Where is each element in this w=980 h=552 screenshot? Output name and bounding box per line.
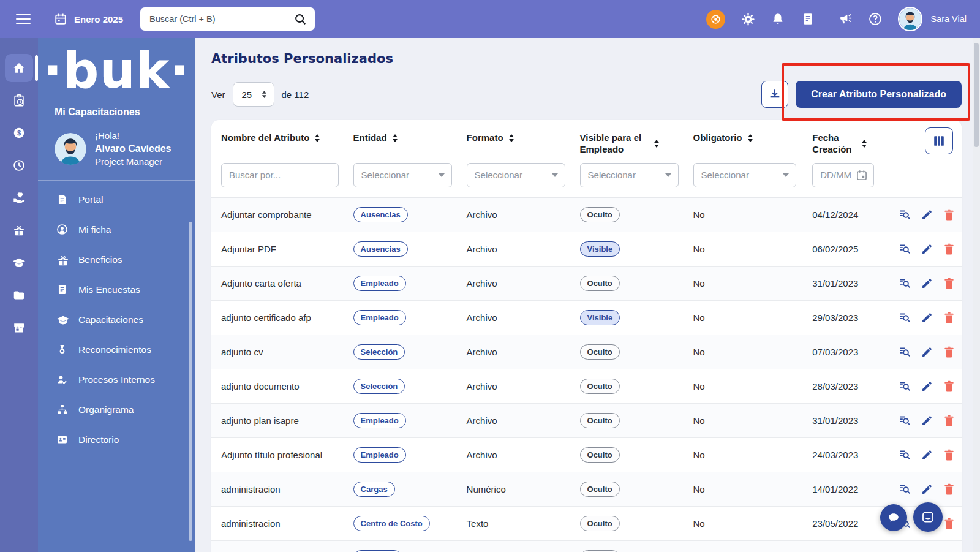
rail-item-graduation-cap-icon[interactable] [5,249,33,277]
view-details-button[interactable] [898,414,911,427]
clock-icon [12,159,26,172]
sort-icon[interactable] [314,134,320,142]
edit-button[interactable] [921,380,933,393]
help-icon[interactable] [868,12,883,26]
sort-icon[interactable] [654,140,660,148]
view-details-button[interactable] [898,276,911,290]
rail-item-clock-icon[interactable] [5,151,33,180]
view-details-button[interactable] [898,208,911,221]
delete-button[interactable] [943,243,956,255]
visibility-badge: Visible [580,310,620,325]
delete-button[interactable] [943,346,956,358]
spinner-icon [262,91,267,98]
filter-visible-select[interactable]: Seleccionar [580,163,679,187]
sidebar-item-label: Portal [78,194,104,205]
survey-icon [56,284,68,295]
delete-button[interactable] [943,208,956,221]
megaphone-icon[interactable] [838,12,853,26]
sort-icon[interactable] [861,140,867,148]
topbar-avatar[interactable] [898,7,922,31]
view-details-button[interactable] [898,345,911,358]
edit-button[interactable] [921,483,933,496]
rail-item-dollar-circle-icon[interactable]: $ [5,119,33,147]
delete-button[interactable] [943,414,956,427]
sidebar-scrollbar[interactable] [189,222,192,541]
search-icon[interactable] [293,12,307,26]
sidebar-item-portal[interactable]: Portal [38,184,195,214]
view-details-button[interactable] [898,242,911,255]
delete-button[interactable] [943,380,956,393]
filter-obligatorio-select[interactable]: Seleccionar [693,163,796,187]
delete-button[interactable] [943,277,956,290]
chat-fab-button[interactable] [880,504,907,531]
page-size-group: Ver 25 de 112 [211,82,309,107]
format-cell: Texto [457,506,570,540]
edit-button[interactable] [921,208,933,221]
col-visible[interactable]: Visible para el Empleado [580,132,679,156]
bell-icon[interactable] [771,12,785,26]
journal-icon[interactable] [801,12,815,26]
sidebar-item-beneficios[interactable]: Beneficios [38,244,195,274]
filter-formato-select[interactable]: Seleccionar [467,163,565,187]
gear-icon[interactable] [741,12,755,26]
rail-item-folder-icon[interactable] [5,281,33,309]
view-details-button[interactable] [898,379,911,393]
edit-button[interactable] [921,414,933,427]
topbar-left: Enero 2025 [16,7,315,31]
view-details-button[interactable] [898,448,911,461]
delete-button[interactable] [943,448,956,461]
helpdesk-fab-button[interactable] [913,502,943,532]
col-fecha[interactable]: Fecha Creación [812,132,874,156]
col-obligatorio[interactable]: Obligatorio [693,132,798,144]
scrollbar-thumb[interactable] [974,43,979,147]
filter-fecha-input[interactable]: DD/MM [812,163,874,187]
graduation-cap-icon [56,314,68,325]
view-details-button[interactable] [898,482,911,496]
edit-button[interactable] [921,311,933,324]
sidebar-avatar [55,133,86,165]
col-formato[interactable]: Formato [467,132,565,144]
col-entidad[interactable]: Entidad [353,132,452,144]
sidebar-item-mi-ficha[interactable]: Mi ficha [38,214,195,244]
created-date-cell: 14/01/2022 [802,472,879,506]
delete-button[interactable] [943,311,956,324]
edit-button[interactable] [921,277,933,290]
column-settings-button[interactable] [925,127,953,154]
period-selector[interactable]: Enero 2025 [54,12,123,26]
create-attribute-button[interactable]: Crear Atributo Personalizado [796,81,962,108]
sidebar-item-directorio[interactable]: Directorio [38,425,195,455]
search-input[interactable] [148,13,293,25]
download-button[interactable] [761,81,788,108]
rail-item-home-icon[interactable] [5,54,33,82]
page-scrollbar[interactable] [973,38,980,552]
rail-item-clipboard-clock-icon[interactable] [5,86,33,115]
rail-item-hand-heart-icon[interactable] [5,184,33,212]
view-details-button[interactable] [898,311,911,324]
sort-icon[interactable] [747,134,753,142]
rail-item-celebration-icon[interactable] [5,216,33,244]
hamburger-menu-icon[interactable] [16,11,31,27]
sidebar-item-mis-encuestas[interactable]: Mis Encuestas [38,274,195,304]
gift-icon [56,254,68,265]
required-cell: No [684,266,803,300]
global-search[interactable] [140,7,315,31]
rail-item-store-icon[interactable] [5,314,33,342]
support-icon[interactable] [706,10,725,29]
delete-button[interactable] [943,483,956,496]
page-size-select[interactable]: 25 [233,82,274,107]
filter-entidad-select[interactable]: Seleccionar [353,163,452,187]
col-nombre[interactable]: Nombre del Atributo [221,132,339,144]
edit-button[interactable] [921,243,933,255]
edit-button[interactable] [921,346,933,358]
topbar-user-name[interactable]: Sara Vial [930,14,967,24]
sidebar-item-capacitaciones[interactable]: Capacitaciones [38,304,195,335]
sidebar-item-reconocimientos[interactable]: Reconocimientos [38,335,195,365]
sidebar-item-procesos-internos[interactable]: Procesos Internos [38,365,195,395]
created-date-cell: 28/03/2023 [802,369,879,403]
sort-icon[interactable] [508,134,514,142]
filter-name-input[interactable] [221,163,339,187]
sort-icon[interactable] [392,134,398,142]
delete-button[interactable] [943,517,956,530]
edit-button[interactable] [921,448,933,461]
sidebar-item-organigrama[interactable]: Organigrama [38,395,195,425]
